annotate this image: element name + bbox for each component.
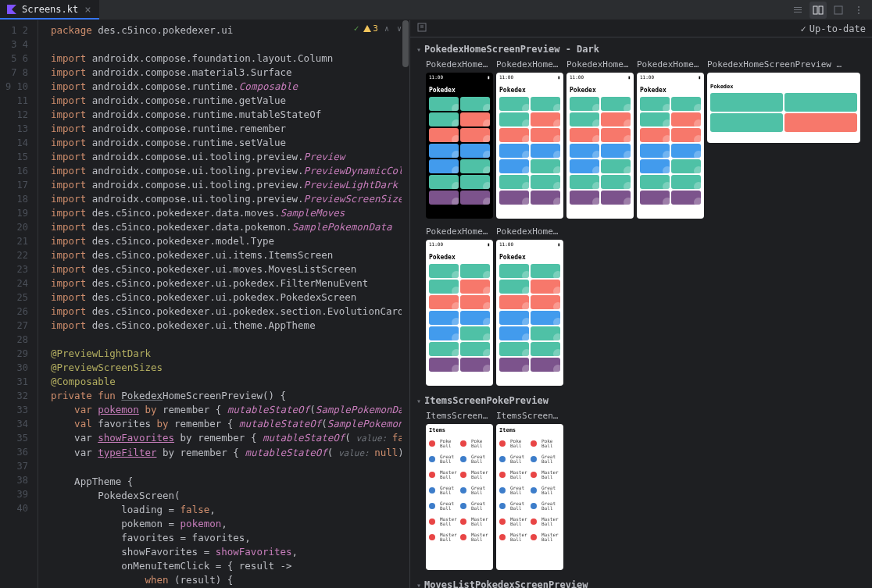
refresh-icon[interactable] bbox=[416, 22, 427, 35]
code-area[interactable]: 1 2 3 4 5 6 7 8 9 10 11 12 13 14 15 16 1… bbox=[0, 20, 409, 588]
split-view-icon[interactable] bbox=[809, 2, 827, 19]
preview-section-header-3[interactable]: ▾ MovesListPokedexScreenPreview bbox=[416, 576, 866, 588]
preview-thumbnail[interactable]: 11:00▮ Pokedex bbox=[426, 240, 493, 386]
svg-rect-2 bbox=[794, 12, 802, 12]
preview-section-header-1[interactable]: ▾ PokedexHomeScreenPreview - Dark bbox=[416, 41, 866, 58]
preview-thumbnail[interactable]: 11:00▮ Pokedex bbox=[426, 73, 493, 219]
code-view-icon[interactable] bbox=[789, 2, 806, 19]
preview-label: PokedexHomeScreenP… bbox=[496, 226, 563, 237]
svg-rect-0 bbox=[794, 7, 802, 8]
preview-labels-row-1: PokedexHomeScreenP… PokedexHomeScreenP… … bbox=[416, 58, 866, 71]
preview-label: ItemsScreenPokePrevi… bbox=[426, 411, 493, 421]
preview-label: PokedexHomeScreenP… bbox=[637, 59, 704, 69]
editor-pane: ✓ 3 ∧ ∨ 1 2 3 4 5 6 7 8 9 10 11 12 13 14… bbox=[0, 20, 410, 588]
check-icon: ✓ bbox=[801, 23, 806, 34]
preview-label: PokedexHomeScreenP… bbox=[496, 59, 563, 69]
nav-down-icon[interactable]: ∨ bbox=[395, 24, 403, 33]
editor-toolbar bbox=[789, 2, 872, 19]
svg-point-8 bbox=[858, 12, 859, 14]
status-ok-icon[interactable]: ✓ bbox=[354, 23, 359, 34]
preview-thumbnail[interactable]: 11:00▮ Pokedex bbox=[496, 73, 563, 219]
preview-thumbnail-landscape[interactable]: Pokedex bbox=[707, 73, 860, 143]
preview-labels-row-1b: PokedexHomeScreenP… PokedexHomeScreenP… bbox=[416, 225, 866, 238]
preview-section-header-2[interactable]: ▾ ItemsScreenPokePreview bbox=[416, 392, 866, 409]
preview-thumbs-row-1: 11:00▮ Pokedex bbox=[416, 71, 866, 225]
preview-label: PokedexHomeScreenP… bbox=[426, 226, 493, 237]
preview-thumbnail[interactable]: 11:00▮ Pokedex bbox=[496, 240, 563, 386]
chevron-down-icon: ▾ bbox=[416, 45, 421, 54]
preview-labels-row-2: ItemsScreenPokePrevi… ItemsScreenPokePre… bbox=[416, 409, 866, 422]
section-title: ItemsScreenPokePreview bbox=[424, 395, 549, 406]
svg-rect-3 bbox=[813, 6, 817, 14]
scrollbar-thumb[interactable] bbox=[402, 20, 409, 67]
status-warnings[interactable]: 3 bbox=[363, 23, 378, 34]
warning-count: 3 bbox=[373, 23, 378, 34]
build-status-text: Up-to-date bbox=[809, 23, 866, 34]
tab-bar: Screens.kt × bbox=[0, 0, 872, 20]
nav-up-icon[interactable]: ∧ bbox=[383, 24, 391, 33]
preview-thumbnail[interactable]: 11:00▮ Pokedex bbox=[566, 73, 634, 219]
preview-pane: ✓ Up-to-date ▾ PokedexHomeScreenPreview … bbox=[410, 20, 872, 588]
preview-thumbs-row-1b: 11:00▮ Pokedex bbox=[416, 238, 866, 392]
editor-scrollbar[interactable] bbox=[402, 20, 409, 588]
preview-topbar: ✓ Up-to-date bbox=[410, 20, 872, 37]
svg-point-6 bbox=[858, 6, 859, 8]
preview-thumbnail[interactable]: Items Poke Ball Poke Ball Great Ball Gre… bbox=[426, 424, 493, 570]
file-tab[interactable]: Screens.kt × bbox=[0, 0, 99, 20]
build-status: ✓ Up-to-date bbox=[801, 23, 866, 34]
chevron-down-icon: ▾ bbox=[416, 581, 421, 589]
svg-rect-5 bbox=[834, 6, 842, 14]
main-content: ✓ 3 ∧ ∨ 1 2 3 4 5 6 7 8 9 10 11 12 13 14… bbox=[0, 20, 872, 588]
design-view-icon[interactable] bbox=[830, 2, 847, 19]
chevron-down-icon: ▾ bbox=[416, 397, 421, 405]
svg-point-7 bbox=[858, 9, 859, 11]
svg-rect-4 bbox=[819, 6, 823, 14]
preview-body[interactable]: ▾ PokedexHomeScreenPreview - Dark Pokede… bbox=[410, 37, 872, 588]
preview-label: PokedexHomeScreenPreview - Phone - Lands… bbox=[707, 59, 845, 69]
more-options-icon[interactable] bbox=[850, 2, 867, 19]
editor-status-indicators: ✓ 3 ∧ ∨ bbox=[354, 23, 403, 34]
preview-thumbnail[interactable]: Items Poke Ball Poke Ball Great Ball Gre… bbox=[496, 424, 563, 570]
close-icon[interactable]: × bbox=[83, 3, 92, 16]
kotlin-file-icon bbox=[6, 4, 17, 15]
preview-label: ItemsScreenPokePrevi… bbox=[496, 411, 563, 421]
section-title: MovesListPokedexScreenPreview bbox=[424, 579, 588, 588]
line-number-gutter: 1 2 3 4 5 6 7 8 9 10 11 12 13 14 15 16 1… bbox=[0, 20, 38, 588]
code-content[interactable]: package des.c5inco.pokedexer.ui import a… bbox=[38, 20, 409, 588]
preview-label: PokedexHomeScreenP… bbox=[566, 59, 634, 69]
preview-thumbs-row-2: Items Poke Ball Poke Ball Great Ball Gre… bbox=[416, 422, 866, 576]
preview-label: PokedexHomeScreenP… bbox=[426, 59, 493, 69]
preview-thumbnail[interactable]: 11:00▮ Pokedex bbox=[637, 73, 704, 219]
tab-filename: Screens.kt bbox=[22, 4, 78, 15]
svg-rect-1 bbox=[794, 9, 802, 10]
section-title: PokedexHomeScreenPreview - Dark bbox=[424, 44, 599, 55]
